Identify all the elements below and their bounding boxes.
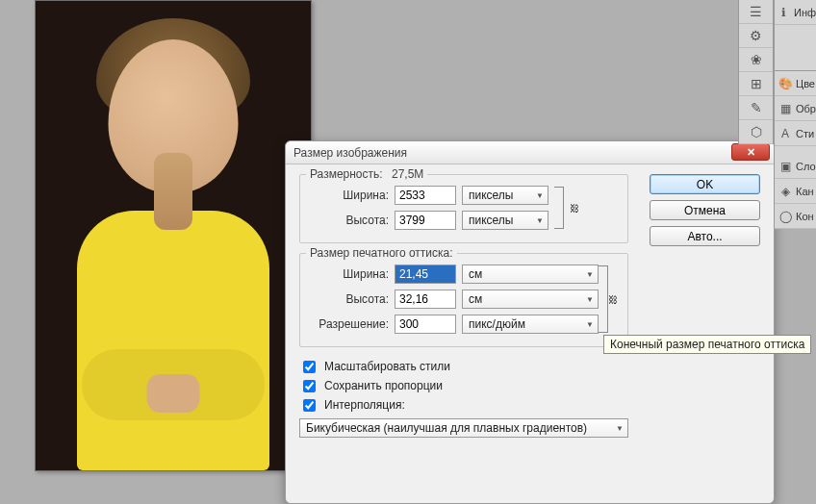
grid-icon: ⊞ <box>751 76 762 91</box>
px-width-unit-dropdown[interactable]: пикселы ▼ <box>462 186 548 205</box>
resample-label: Интерполяция: <box>324 398 405 412</box>
panel-icon-button[interactable]: ❀ <box>739 48 773 72</box>
constrain-proportions-label: Сохранить пропорции <box>324 379 443 392</box>
close-button[interactable]: ✕ <box>731 143 770 161</box>
pen-icon: ✎ <box>751 100 762 115</box>
doc-height-label: Высота: <box>310 292 389 306</box>
panel-tab-styles[interactable]: A Сти <box>775 121 816 146</box>
chevron-down-icon: ▼ <box>536 216 544 225</box>
chain-icon: ⛓ <box>570 203 579 214</box>
tools-icon: ⚙ <box>750 28 762 43</box>
shape-icon: ⬡ <box>751 124 762 139</box>
channels-icon: ◈ <box>778 185 792 198</box>
close-icon: ✕ <box>747 146 755 159</box>
info-icon: ℹ <box>778 6 790 19</box>
pixel-dimensions-group: Размерность: 27,5M Ширина: пикселы ▼ Выс… <box>299 174 628 243</box>
cancel-button[interactable]: Отмена <box>650 200 760 220</box>
panel-tab-swatches[interactable]: ▦ Обр <box>775 96 816 121</box>
constrain-proportions-checkbox[interactable] <box>303 380 316 392</box>
style-icon: A <box>778 127 792 140</box>
auto-button[interactable]: Авто... <box>650 226 760 246</box>
panel-tab-layers[interactable]: ▣ Сло <box>775 154 816 179</box>
panel-icon-button[interactable]: ⊞ <box>739 72 773 96</box>
menu-icon: ☰ <box>750 4 762 19</box>
swatch-icon: ▦ <box>778 102 792 115</box>
palette-icon: 🎨 <box>778 77 792 90</box>
ok-button[interactable]: OK <box>650 174 760 194</box>
chevron-down-icon: ▼ <box>586 320 594 329</box>
panel-tab-paths[interactable]: ◯ Кон <box>775 204 816 229</box>
panel-icon-button[interactable]: ☰ <box>739 0 773 24</box>
px-width-label: Ширина: <box>310 189 389 202</box>
paths-icon: ◯ <box>778 210 792 223</box>
tooltip: Конечный размер печатного оттиска <box>603 335 811 354</box>
portrait-hands <box>147 374 200 413</box>
resample-checkbox[interactable] <box>303 399 316 412</box>
doc-link-indicator <box>599 265 608 333</box>
brush-icon: ❀ <box>751 52 762 67</box>
resample-row: Интерполяция: <box>299 395 760 415</box>
resolution-field[interactable] <box>395 315 456 334</box>
panel-icon-button[interactable]: ⬡ <box>739 120 773 144</box>
doc-width-field[interactable] <box>395 265 456 284</box>
dialog-titlebar[interactable]: Размер изображения ✕ <box>286 141 774 164</box>
interpolation-dropdown[interactable]: Бикубическая (наилучшая для плавных град… <box>299 418 628 438</box>
chevron-down-icon: ▼ <box>616 424 624 433</box>
px-height-unit-dropdown[interactable]: пикселы ▼ <box>462 211 548 230</box>
doc-height-unit-dropdown[interactable]: см ▼ <box>462 290 599 309</box>
document-canvas[interactable] <box>35 0 312 471</box>
panel-icon-button[interactable]: ⚙ <box>739 24 773 48</box>
doc-height-field[interactable] <box>395 290 456 309</box>
portrait-body <box>77 211 269 470</box>
px-width-field[interactable] <box>395 186 456 205</box>
constrain-proportions-row: Сохранить пропорции <box>299 376 760 395</box>
resolution-unit-dropdown[interactable]: пикс/дюйм ▼ <box>462 315 599 334</box>
dialog-title: Размер изображения <box>293 146 407 160</box>
chain-icon: ⛓ <box>608 294 618 305</box>
document-size-group: Размер печатного оттиска: Ширина: см ▼ В… <box>299 253 628 347</box>
chevron-down-icon: ▼ <box>586 270 594 279</box>
panel-icon-button[interactable]: ✎ <box>739 96 773 120</box>
image-size-dialog: Размер изображения ✕ OK Отмена Авто... Р… <box>285 140 775 504</box>
panel-tab-info[interactable]: ℹ Инф <box>775 0 816 25</box>
collapsed-panels-toolbar: ☰ ⚙ ❀ ⊞ ✎ ⬡ <box>738 0 774 144</box>
doc-width-label: Ширина: <box>310 267 389 281</box>
px-height-label: Высота: <box>310 214 389 227</box>
resolution-label: Разрешение: <box>310 317 389 331</box>
panel-tab-color[interactable]: 🎨 Цве <box>775 71 816 96</box>
panel-tabs: ℹ Инф 🎨 Цве ▦ Обр A Сти ▣ Сло ◈ Кан ◯ Ко… <box>774 0 816 229</box>
px-height-field[interactable] <box>395 211 456 230</box>
scale-styles-checkbox[interactable] <box>303 361 316 373</box>
px-link-indicator <box>548 187 570 229</box>
chevron-down-icon: ▼ <box>586 295 594 304</box>
doc-width-unit-dropdown[interactable]: см ▼ <box>462 265 599 284</box>
layers-icon: ▣ <box>778 160 792 173</box>
dialog-buttons: OK Отмена Авто... <box>650 174 760 246</box>
document-size-heading: Размер печатного оттиска: <box>306 246 457 260</box>
panel-tab-channels[interactable]: ◈ Кан <box>775 179 816 204</box>
chevron-down-icon: ▼ <box>536 191 544 200</box>
scale-styles-label: Масштабировать стили <box>324 360 450 373</box>
pixel-dimensions-heading: Размерность: 27,5M <box>306 167 427 181</box>
scale-styles-row: Масштабировать стили <box>299 357 760 376</box>
